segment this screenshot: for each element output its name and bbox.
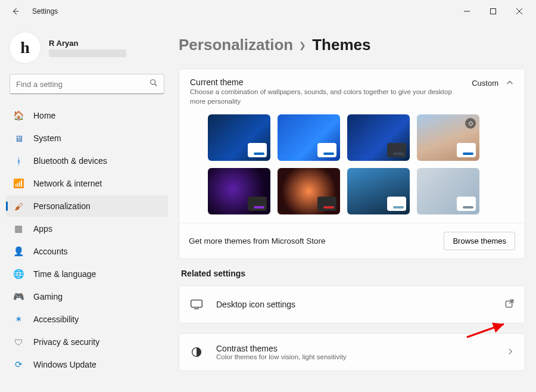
sidebar-item-windows-update[interactable]: ⟳Windows Update <box>6 354 168 375</box>
close-icon <box>516 8 522 14</box>
row-subtitle: Color themes for low vision, light sensi… <box>216 353 507 360</box>
sidebar-item-bluetooth-devices[interactable]: ᚼBluetooth & devices <box>6 150 168 172</box>
search-input-container[interactable] <box>10 74 164 94</box>
sidebar-item-apps[interactable]: ▦Apps <box>6 218 168 239</box>
close-button[interactable] <box>506 2 532 20</box>
nav-icon: ▦ <box>12 222 25 235</box>
nav-label: Network & internet <box>33 179 102 188</box>
nav-label: Accessibility <box>33 315 79 324</box>
current-theme-subtitle: Choose a combination of wallpapers, soun… <box>190 88 465 106</box>
store-row: Get more themes from Microsoft Store Bro… <box>179 223 525 259</box>
titlebar: Settings <box>0 0 536 23</box>
nav-label: Apps <box>33 224 52 234</box>
sidebar-item-personalization[interactable]: 🖌Personalization <box>6 195 168 217</box>
row-title: Contrast themes <box>216 344 507 353</box>
main-content: Personalization ❯ Themes Current theme C… <box>173 23 536 392</box>
window-title: Settings <box>32 7 58 15</box>
store-text: Get more themes from Microsoft Store <box>189 237 444 245</box>
theme-tile-4[interactable] <box>208 168 270 214</box>
row-title: Desktop icon settings <box>216 300 505 309</box>
theme-tile-3[interactable] <box>417 114 479 161</box>
spotlight-badge-icon <box>465 118 476 129</box>
nav-label: Privacy & security <box>33 337 99 347</box>
desktop-icon-settings-row[interactable]: Desktop icon settings <box>179 285 525 323</box>
open-external-icon <box>505 299 514 310</box>
theme-tile-5[interactable] <box>278 168 340 214</box>
user-card[interactable]: h R Aryan <box>10 32 166 63</box>
contrast-themes-row[interactable]: Contrast themes Color themes for low vis… <box>179 333 525 371</box>
nav-label: Personalization <box>33 201 91 211</box>
sidebar-item-accounts[interactable]: 👤Accounts <box>6 241 168 262</box>
sidebar-item-gaming[interactable]: 🎮Gaming <box>6 286 168 307</box>
current-theme-header[interactable]: Current theme Choose a combination of wa… <box>179 69 525 111</box>
nav-label: Gaming <box>33 292 63 301</box>
nav-label: Home <box>33 111 55 120</box>
nav-list: 🏠Home🖥SystemᚼBluetooth & devices📶Network… <box>6 105 168 375</box>
sidebar: h R Aryan 🏠Home🖥SystemᚼBluetooth & devic… <box>0 23 173 392</box>
nav-icon: 🏠 <box>12 109 25 122</box>
back-button[interactable] <box>7 3 24 20</box>
nav-icon: 🌐 <box>12 267 25 281</box>
nav-label: Windows Update <box>33 360 96 369</box>
nav-icon: 🛡 <box>12 335 25 349</box>
maximize-icon <box>490 8 496 14</box>
breadcrumb-parent[interactable]: Personalization <box>179 36 293 54</box>
sidebar-item-time-language[interactable]: 🌐Time & language <box>6 263 168 285</box>
sidebar-item-privacy-security[interactable]: 🛡Privacy & security <box>6 331 168 353</box>
breadcrumb: Personalization ❯ Themes <box>179 36 525 54</box>
browse-themes-button[interactable]: Browse themes <box>444 232 515 250</box>
nav-icon: ✶ <box>12 313 25 326</box>
theme-grid <box>179 111 525 223</box>
chevron-right-icon: ❯ <box>299 41 306 50</box>
chevron-up-icon[interactable] <box>506 79 514 106</box>
user-name: R Aryan <box>49 39 126 48</box>
nav-label: System <box>33 133 61 143</box>
svg-rect-3 <box>191 300 202 307</box>
current-theme-value: Custom <box>472 79 498 106</box>
nav-label: Accounts <box>33 247 68 256</box>
theme-tile-7[interactable] <box>417 168 479 214</box>
search-icon <box>149 79 158 89</box>
sidebar-item-network-internet[interactable]: 📶Network & internet <box>6 173 168 194</box>
chevron-right-icon <box>507 347 514 357</box>
svg-point-2 <box>469 122 472 125</box>
nav-label: Bluetooth & devices <box>33 156 107 166</box>
desktop-icon <box>190 300 203 309</box>
sidebar-item-accessibility[interactable]: ✶Accessibility <box>6 309 168 330</box>
nav-label: Time & language <box>33 269 96 279</box>
arrow-left-icon <box>11 7 20 15</box>
related-title: Related settings <box>181 269 525 278</box>
user-email-redacted <box>49 49 126 57</box>
minimize-icon <box>464 8 470 14</box>
theme-tile-0[interactable] <box>208 114 270 161</box>
svg-rect-0 <box>491 9 496 14</box>
sidebar-item-home[interactable]: 🏠Home <box>6 105 168 126</box>
nav-icon: 🖌 <box>12 200 25 213</box>
current-theme-title: Current theme <box>190 77 465 87</box>
nav-icon: 📶 <box>12 177 25 190</box>
nav-icon: 🖥 <box>12 132 25 145</box>
nav-icon: 👤 <box>12 245 25 258</box>
theme-tile-1[interactable] <box>278 114 340 161</box>
search-input[interactable] <box>16 80 149 89</box>
nav-icon: ᚼ <box>12 154 25 167</box>
nav-icon: 🎮 <box>12 290 25 303</box>
avatar: h <box>10 32 40 63</box>
current-theme-card: Current theme Choose a combination of wa… <box>179 69 525 259</box>
minimize-button[interactable] <box>454 2 480 20</box>
sidebar-item-system[interactable]: 🖥System <box>6 127 168 149</box>
theme-tile-2[interactable] <box>347 114 410 161</box>
breadcrumb-current: Themes <box>312 36 370 54</box>
svg-point-1 <box>151 80 155 85</box>
theme-tile-6[interactable] <box>347 168 410 214</box>
contrast-icon <box>190 347 203 357</box>
maximize-button[interactable] <box>480 2 506 20</box>
nav-icon: ⟳ <box>12 358 25 371</box>
